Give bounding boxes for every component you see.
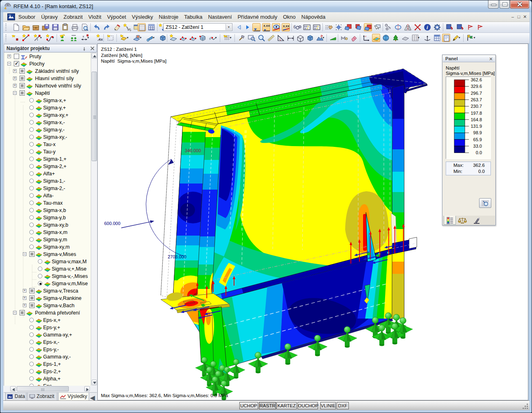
svg-text:263.7: 263.7: [471, 97, 482, 102]
svg-text:131.9: 131.9: [471, 124, 482, 129]
svg-text:362.6: 362.6: [471, 77, 482, 82]
svg-text:600.000: 600.000: [104, 221, 120, 226]
svg-text:X.XX: X.XX: [283, 25, 289, 28]
svg-text:x: x: [83, 35, 84, 38]
svg-text:230.7: 230.7: [471, 104, 482, 109]
svg-text:296.7: 296.7: [471, 91, 482, 96]
svg-text:I: I: [37, 38, 38, 42]
svg-text:X.XX: X.XX: [263, 24, 270, 27]
svg-text:2703.000: 2703.000: [168, 254, 186, 259]
svg-text:0.0: 0.0: [476, 150, 482, 155]
svg-text:33.0: 33.0: [473, 144, 482, 149]
svg-text:6: 6: [293, 24, 296, 29]
svg-text:65.9: 65.9: [473, 137, 482, 142]
svg-text:197.8: 197.8: [471, 111, 482, 116]
svg-text:340.000: 340.000: [185, 148, 201, 153]
svg-text:4: 4: [4, 6, 7, 10]
svg-text:z: z: [365, 35, 366, 37]
svg-text:98.9: 98.9: [473, 130, 482, 135]
svg-text:164.8: 164.8: [471, 117, 482, 122]
svg-text:329.6: 329.6: [471, 84, 482, 89]
